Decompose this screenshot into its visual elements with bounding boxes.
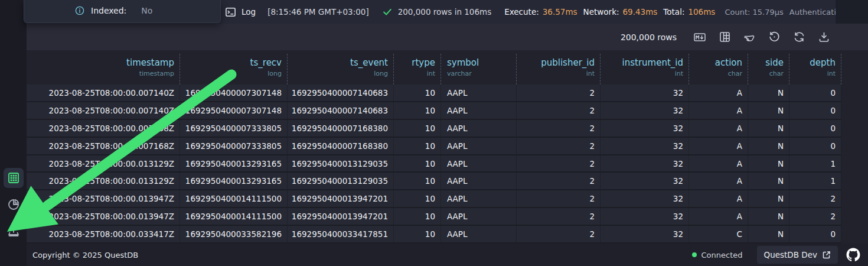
column-header-ts_recv[interactable]: ts_recvlong	[180, 54, 288, 85]
cell-side: N	[748, 226, 789, 242]
cell-ts_recv: 1692950400033582196	[180, 226, 288, 242]
cell-action: A	[689, 102, 748, 119]
result-summary: 200,000 rows in 106ms	[398, 7, 492, 17]
cell-publisher_id: 2	[517, 155, 601, 172]
cell-ts_event: 1692950400013129035	[288, 155, 394, 172]
cell-instrument_id: 32	[601, 190, 689, 207]
cell-symbol: AAPL	[441, 138, 517, 154]
cell-symbol: AAPL	[441, 102, 517, 119]
refresh-icon	[793, 31, 805, 43]
cell-ts_recv: 1692950400014111500	[180, 190, 288, 207]
column-header-timestamp[interactable]: timestamptimestamp	[27, 54, 180, 85]
cell-ts_recv: 1692950400013293165	[180, 155, 288, 172]
table-row[interactable]: 2023-08-25T08:00:00.013129Z1692950400013…	[27, 173, 841, 190]
cell-instrument_id: 32	[601, 120, 689, 137]
table-row[interactable]: 2023-08-25T08:00:00.007140Z1692950400007…	[27, 102, 841, 120]
indexed-label: Indexed:	[91, 6, 126, 15]
table-row[interactable]: 2023-08-25T08:00:00.007140Z1692950400007…	[27, 85, 841, 102]
column-header-publisher_id[interactable]: publisher_idint	[517, 54, 601, 85]
cell-action: A	[689, 120, 748, 137]
cell-rtype: 10	[394, 102, 441, 119]
column-header-action[interactable]: actionchar	[689, 54, 748, 85]
total-metric: Total: 106ms	[663, 7, 715, 17]
indexed-row: Indexed: No	[24, 5, 220, 17]
column-header-instrument_id[interactable]: instrument_idint	[601, 54, 689, 85]
cell-timestamp: 2023-08-25T08:00:00.007168Z	[27, 120, 180, 137]
column-header-symbol[interactable]: symbolvarchar	[441, 54, 517, 85]
cell-action: A	[689, 190, 748, 207]
log-toggle[interactable]: Log	[225, 7, 256, 18]
refresh-button[interactable]	[789, 27, 809, 47]
cell-symbol: AAPL	[441, 173, 517, 189]
cell-depth: 1	[789, 155, 841, 172]
table-row[interactable]: 2023-08-25T08:00:00.013129Z1692950400013…	[27, 155, 841, 173]
cell-rtype: 10	[394, 155, 441, 172]
table-row[interactable]: 2023-08-25T08:00:00.007168Z1692950400007…	[27, 138, 841, 155]
external-link-icon	[823, 251, 831, 259]
cell-ts_recv: 1692950400007307148	[180, 102, 288, 119]
column-header-rtype[interactable]: rtypeint	[394, 54, 441, 85]
cell-side: N	[748, 190, 789, 207]
cell-instrument_id: 32	[601, 138, 689, 154]
symbol-capacity-label: Symbol capacity: 256	[91, 22, 180, 23]
cell-action: A	[689, 138, 748, 154]
table-row[interactable]: 2023-08-25T08:00:00.007168Z1692950400007…	[27, 120, 841, 138]
grid-header-row: timestamptimestampts_recvlongts_eventlon…	[27, 50, 841, 85]
total-label: Total:	[663, 7, 684, 17]
grid-icon	[8, 172, 19, 184]
cell-publisher_id: 2	[517, 138, 601, 154]
markdown-export-button[interactable]	[690, 27, 710, 47]
instance-label: QuestDB Dev	[764, 250, 817, 259]
import-button[interactable]	[4, 221, 24, 241]
history-button[interactable]	[764, 27, 784, 47]
pointer-mode-button[interactable]	[739, 27, 759, 47]
cell-depth: 2	[789, 190, 841, 207]
table-row[interactable]: 2023-08-25T08:00:00.013947Z1692950400014…	[27, 190, 841, 208]
markdown-download-icon	[693, 31, 706, 44]
cell-instrument_id: 32	[601, 226, 689, 242]
cell-instrument_id: 32	[601, 173, 689, 189]
cell-symbol: AAPL	[441, 208, 517, 225]
log-label: Log	[242, 7, 256, 17]
cell-rtype: 10	[394, 120, 441, 137]
terminal-icon	[225, 7, 236, 18]
cell-publisher_id: 2	[517, 208, 601, 225]
questdb-console: Log [8:15:46 PM GMT+03:00] 200,000 rows …	[0, 0, 868, 266]
cell-timestamp: 2023-08-25T08:00:00.013947Z	[27, 208, 180, 225]
network-value: 69.43ms	[623, 7, 658, 17]
info-icon	[75, 6, 84, 15]
cell-timestamp: 2023-08-25T08:00:00.013129Z	[27, 155, 180, 172]
cell-publisher_id: 2	[517, 85, 601, 101]
cell-depth: 0	[789, 120, 841, 137]
grid-view-button[interactable]	[4, 168, 24, 188]
instance-button[interactable]: QuestDB Dev	[757, 246, 838, 264]
cell-timestamp: 2023-08-25T08:00:00.013129Z	[27, 173, 180, 189]
table-row[interactable]: 2023-08-25T08:00:00.013947Z1692950400014…	[27, 208, 841, 226]
cell-ts_event: 1692950400007140683	[288, 85, 394, 101]
github-link[interactable]	[846, 248, 860, 262]
table-row[interactable]: 2023-08-25T08:00:00.033417Z1692950400033…	[27, 226, 841, 244]
cell-depth: 2	[789, 208, 841, 225]
grid-body: 2023-08-25T08:00:00.007140Z1692950400007…	[27, 85, 841, 244]
column-header-ts_event[interactable]: ts_eventlong	[288, 54, 394, 85]
toggle-columns-button[interactable]	[714, 27, 735, 47]
cell-ts_event: 1692950400033417851	[288, 226, 394, 242]
cell-action: A	[689, 173, 748, 189]
info-icon	[75, 22, 84, 23]
cell-ts_recv: 1692950400014111500	[180, 208, 288, 225]
cell-depth: 0	[789, 85, 841, 101]
symbol-capacity-row: Symbol capacity: 256	[24, 21, 220, 23]
cell-depth: 0	[789, 102, 841, 119]
column-header-depth[interactable]: depthint	[789, 54, 841, 85]
cell-symbol: AAPL	[441, 120, 517, 137]
sidebar-icons	[0, 168, 27, 241]
cell-side: N	[748, 173, 789, 189]
download-csv-button[interactable]	[814, 27, 834, 47]
cell-ts_event: 1692950400007168380	[288, 138, 394, 154]
footer-right: Connected QuestDB Dev	[692, 246, 868, 264]
execute-label: Execute:	[504, 7, 539, 17]
column-header-side[interactable]: sidechar	[748, 54, 789, 85]
cell-side: N	[748, 102, 789, 119]
cell-symbol: AAPL	[441, 226, 517, 242]
chart-view-button[interactable]	[4, 194, 24, 215]
